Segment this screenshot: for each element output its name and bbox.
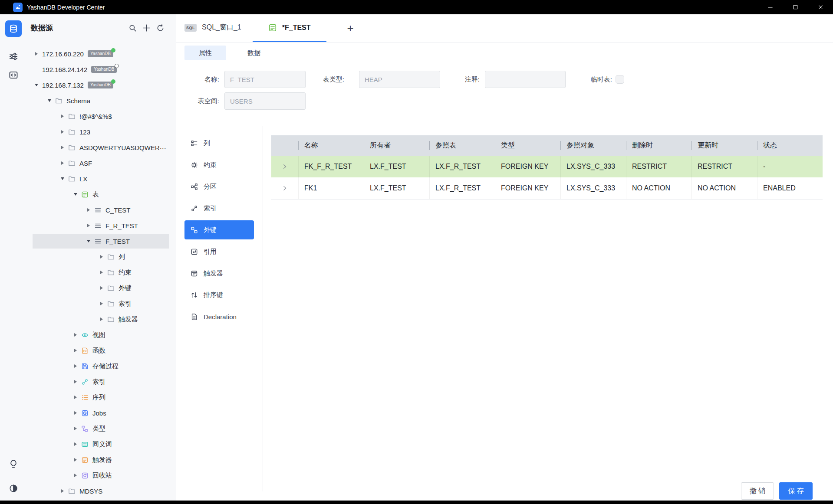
- tree-item[interactable]: F_TEST: [26, 233, 176, 249]
- tree-item[interactable]: C_TEST: [26, 202, 176, 218]
- fk-table-row[interactable]: FK1LX.F_TESTLX.F_R_TESTFOREIGN KEYLX.SYS…: [271, 177, 823, 200]
- section-item-constraint[interactable]: 约束: [184, 155, 254, 174]
- tree-expand-arrow[interactable]: [60, 115, 65, 118]
- tree-item[interactable]: Jobs: [26, 405, 176, 421]
- window-minimize-button[interactable]: [757, 0, 783, 14]
- tree-collapse-arrow[interactable]: [47, 99, 52, 102]
- tree-collapse-arrow[interactable]: [34, 84, 39, 86]
- tree-expand-arrow[interactable]: [73, 396, 78, 399]
- comment-input[interactable]: [485, 71, 566, 88]
- tree-collapse-arrow[interactable]: [86, 240, 91, 242]
- tree-expand-arrow[interactable]: [73, 349, 78, 352]
- editor-tab[interactable]: *F_TEST: [253, 14, 326, 42]
- tree-item[interactable]: 存储过程: [26, 358, 176, 374]
- add-button[interactable]: [142, 24, 151, 32]
- tree-expand-arrow[interactable]: [73, 411, 78, 415]
- tree-expand-arrow[interactable]: [99, 302, 104, 305]
- table-cell: -: [757, 156, 823, 177]
- tree-item[interactable]: 回收站: [26, 468, 176, 483]
- tree-expand-arrow[interactable]: [60, 489, 65, 493]
- tree-item[interactable]: !@#$^&%$: [26, 108, 176, 124]
- section-item-partition[interactable]: 分区: [184, 177, 254, 196]
- tree-expand-arrow[interactable]: [73, 458, 78, 461]
- tree-item[interactable]: 外键: [26, 280, 176, 296]
- tree-expand-arrow[interactable]: [99, 255, 104, 259]
- rail-theme-button[interactable]: [5, 480, 22, 497]
- table-cell: LX.SYS_C_333: [560, 177, 626, 199]
- tree-expand-arrow[interactable]: [73, 474, 78, 477]
- tree-expand-arrow[interactable]: [86, 208, 91, 212]
- tree-expand-arrow[interactable]: [60, 130, 65, 134]
- tree-expand-arrow[interactable]: [60, 161, 65, 165]
- tree-item[interactable]: 表: [26, 187, 176, 202]
- rail-settings-button[interactable]: [5, 48, 22, 65]
- new-tab-button[interactable]: +: [347, 14, 354, 42]
- tree-collapse-arrow[interactable]: [73, 193, 78, 196]
- tree-item[interactable]: 视图: [26, 327, 176, 343]
- tree-expand-arrow[interactable]: [73, 442, 78, 446]
- tree-item[interactable]: 同义词: [26, 436, 176, 452]
- tree-collapse-arrow[interactable]: [60, 177, 65, 180]
- tree-item[interactable]: Schema: [26, 93, 176, 108]
- minimize-icon: [767, 4, 774, 10]
- section-item-fk[interactable]: 外键: [184, 220, 254, 239]
- section-item-index[interactable]: 索引: [184, 199, 254, 218]
- tree-item[interactable]: 序列: [26, 389, 176, 405]
- tree-item[interactable]: 列: [26, 249, 176, 265]
- editor-tab[interactable]: SQLSQL_窗口_1: [184, 14, 242, 42]
- tree-expand-arrow[interactable]: [60, 146, 65, 149]
- tree-item[interactable]: LX: [26, 171, 176, 187]
- row-expand-button[interactable]: [271, 177, 298, 199]
- tree-item[interactable]: 192.168.24.142YashanDB: [26, 62, 176, 77]
- tree-item[interactable]: 类型: [26, 421, 176, 436]
- tree-expand-arrow[interactable]: [99, 271, 104, 274]
- undo-button[interactable]: 撤 销: [741, 482, 774, 500]
- tree-item[interactable]: 触发器: [26, 311, 176, 327]
- tree-expand-arrow[interactable]: [73, 364, 78, 368]
- tree-item[interactable]: MDSYS: [26, 483, 176, 499]
- tablespace-input[interactable]: [224, 92, 306, 110]
- section-item-sort[interactable]: 排序键: [184, 285, 254, 304]
- section-item-declaration[interactable]: Declaration: [184, 307, 254, 326]
- section-item-columns[interactable]: 列: [184, 134, 254, 153]
- column-header: 删除时: [626, 135, 691, 156]
- window-maximize-button[interactable]: [783, 0, 808, 14]
- section-item-reference[interactable]: 引用: [184, 242, 254, 261]
- search-button[interactable]: [128, 24, 137, 32]
- tree-item[interactable]: 约束: [26, 265, 176, 280]
- rail-tips-button[interactable]: [5, 456, 22, 472]
- tree-expand-arrow[interactable]: [99, 286, 104, 290]
- row-expand-button[interactable]: [271, 156, 298, 177]
- name-input[interactable]: [224, 71, 306, 88]
- tree-item[interactable]: Fx函数: [26, 343, 176, 358]
- tree-item[interactable]: F_R_TEST: [26, 218, 176, 233]
- tree-item[interactable]: 触发器: [26, 452, 176, 468]
- connection-status-dot: [111, 48, 115, 52]
- subtab-properties[interactable]: 属性: [184, 46, 226, 60]
- table-type-input[interactable]: [359, 71, 440, 88]
- tree-item[interactable]: 172.16.60.220YashanDB: [26, 46, 176, 62]
- tree-item[interactable]: 索引: [26, 296, 176, 311]
- rail-terminal-button[interactable]: [5, 67, 22, 83]
- tree-item[interactable]: ASDQWERTYUASDQWER···: [26, 140, 176, 155]
- save-button[interactable]: 保 存: [779, 482, 813, 500]
- tree-expand-arrow[interactable]: [34, 52, 39, 56]
- section-item-label: 分区: [204, 183, 217, 191]
- fk-table-row[interactable]: FK_F_R_TESTLX.F_TESTLX.F_R_TESTFOREIGN K…: [271, 156, 823, 177]
- window-close-button[interactable]: [808, 0, 833, 14]
- chevron-icon: [282, 164, 288, 170]
- rail-datasource-button[interactable]: [5, 20, 22, 37]
- tree-expand-arrow[interactable]: [73, 333, 78, 337]
- tree-item[interactable]: 192.168.7.132YashanDB: [26, 77, 176, 93]
- temp-table-checkbox[interactable]: [616, 75, 624, 84]
- refresh-button[interactable]: [156, 24, 165, 32]
- subtab-data[interactable]: 数据: [233, 46, 275, 60]
- tree-expand-arrow[interactable]: [73, 427, 78, 430]
- tree-expand-arrow[interactable]: [73, 380, 78, 383]
- tree-expand-arrow[interactable]: [99, 317, 104, 321]
- tree-item[interactable]: 索引: [26, 374, 176, 389]
- section-item-trigger[interactable]: 触发器: [184, 264, 254, 283]
- tree-expand-arrow[interactable]: [86, 224, 91, 227]
- tree-item[interactable]: ASF: [26, 155, 176, 171]
- tree-item[interactable]: 123: [26, 124, 176, 140]
